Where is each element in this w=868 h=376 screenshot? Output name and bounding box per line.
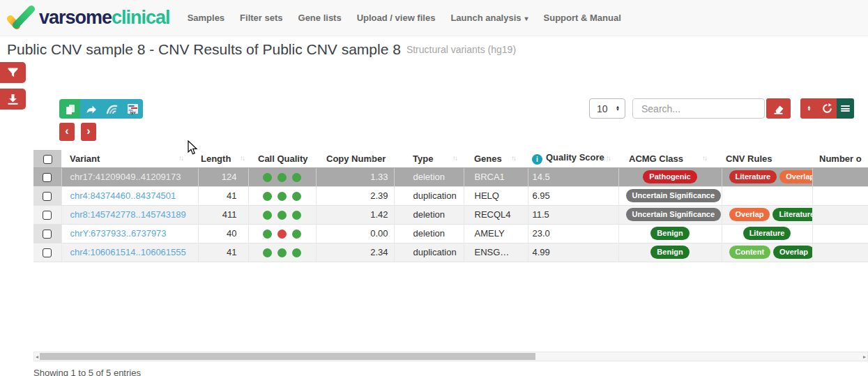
variant-link[interactable]: chr4:84374460..84374501 <box>70 190 176 201</box>
column-header-call-quality: Call Quality <box>248 150 316 167</box>
quality-score-cell: 6.95 <box>528 186 618 205</box>
table-row[interactable]: chr8:145742778..145743189 411 1.42 delet… <box>33 205 868 224</box>
brand-logo[interactable]: varsomeclinical <box>6 4 170 32</box>
length-cell: 40 <box>198 224 248 243</box>
nav-samples[interactable]: Samples <box>180 13 232 23</box>
clear-search-button[interactable] <box>766 98 791 119</box>
row-checkbox[interactable] <box>43 173 52 182</box>
variant-link[interactable]: chrY:6737933..6737973 <box>70 228 167 239</box>
acmg-class-badge: Uncertain Significance <box>626 208 722 220</box>
search-input[interactable] <box>632 98 765 119</box>
column-menu-button[interactable] <box>837 98 854 119</box>
scroll-right-icon[interactable]: ▸ <box>863 353 866 361</box>
table-row[interactable]: chr4:84374460..84374501 41 2.39 duplicat… <box>33 186 868 205</box>
sort-arrows-icon[interactable]: ↑↓ <box>240 154 244 162</box>
row-checkbox[interactable] <box>43 211 52 220</box>
call-quality-cell <box>248 243 316 262</box>
info-icon[interactable]: i <box>532 154 542 165</box>
share-arrow-icon <box>85 104 97 114</box>
select-caret-icon: ▲ ▼ <box>616 106 620 111</box>
cnv-rule-badge: Overlap <box>773 246 812 258</box>
column-label: ACMG Class <box>629 153 683 164</box>
nav-upload-view-files[interactable]: Upload / view files <box>349 13 443 23</box>
variant-link[interactable]: chr17:41209049..41209173 <box>70 172 181 182</box>
acmg-class-badge: Benign <box>650 246 689 258</box>
call-quality-dot <box>277 230 287 239</box>
call-quality-dot <box>263 211 272 220</box>
horizontal-scrollbar[interactable]: ◂ ▸ <box>33 352 868 361</box>
row-select-cell <box>33 205 61 224</box>
scrollbar-thumb[interactable] <box>40 353 535 360</box>
nav-gene-lists[interactable]: Gene lists <box>291 13 349 23</box>
call-quality-dot <box>292 192 301 201</box>
number-cell <box>812 186 868 205</box>
column-label: Number o <box>819 153 862 164</box>
prev-variant-button[interactable]: ‹ <box>59 123 75 141</box>
hamburger-icon <box>841 105 850 113</box>
number-cell <box>812 224 868 243</box>
column-header-variant[interactable]: Variant↑↓ <box>61 150 198 167</box>
select-all-checkbox[interactable] <box>43 155 52 164</box>
row-checkbox[interactable] <box>43 230 52 239</box>
igv-browser-button[interactable]: igv <box>122 99 143 119</box>
table-row[interactable]: chr17:41209049..41209173 124 1.33 deleti… <box>33 167 868 186</box>
call-quality-cell <box>248 224 316 243</box>
column-header-length[interactable]: Length↑↓ <box>198 150 248 167</box>
filter-panel-button[interactable] <box>0 62 26 83</box>
length-cell: 41 <box>198 186 248 205</box>
column-header-quality-score[interactable]: iQuality Score↑↓ <box>528 150 618 167</box>
column-header-acmg-class[interactable]: ACMG Class↑↓ <box>618 150 722 167</box>
cnv-rule-badge: Content <box>729 246 771 258</box>
brand-word-clinical: clinical <box>112 7 170 28</box>
quality-score-cell: 11.5 <box>528 205 618 224</box>
copy-results-button[interactable] <box>59 99 80 119</box>
row-select-cell <box>33 186 61 205</box>
triangle-down-icon: ▼ <box>807 109 812 112</box>
share-results-button[interactable] <box>80 99 101 119</box>
refresh-button[interactable] <box>818 98 837 119</box>
sort-button[interactable]: ▲ ▼ <box>800 98 818 119</box>
genes-cell: HELQ <box>464 186 528 205</box>
column-label: Call Quality <box>258 153 308 164</box>
variant-cell: chr8:145742778..145743189 <box>61 205 198 224</box>
sort-arrows-icon[interactable]: ↑↓ <box>511 154 515 162</box>
cnv-rules-cell: OverlapLiterature <box>722 205 812 224</box>
sort-arrows-icon[interactable]: ↑↓ <box>178 154 183 162</box>
variant-link[interactable]: chr4:106061514..106061555 <box>70 247 186 257</box>
table-row[interactable]: chr4:106061514..106061555 41 2.34 duplic… <box>33 243 868 262</box>
variant-link[interactable]: chr8:145742778..145743189 <box>70 209 186 220</box>
table-row[interactable]: chrY:6737933..6737973 40 0.00 deletion A… <box>33 224 868 243</box>
sort-arrows-icon[interactable]: ↑↓ <box>606 154 610 162</box>
download-button[interactable] <box>0 89 26 110</box>
variant-cell: chrY:6737933..6737973 <box>61 224 198 243</box>
row-checkbox[interactable] <box>43 192 52 201</box>
results-table-container: Variant↑↓ Length↑↓ Call Quality Copy Num… <box>33 150 868 264</box>
sort-arrows-icon[interactable]: ↑↓ <box>452 154 457 162</box>
copy-number-cell: 1.42 <box>316 205 394 224</box>
column-header-copy-number[interactable]: Copy Number↑↓ <box>316 150 394 167</box>
sort-arrows-icon[interactable]: ↑↓ <box>369 154 373 162</box>
nav-filter-sets[interactable]: Filter sets <box>232 13 290 23</box>
nav-support-manual[interactable]: Support & Manual <box>536 13 629 23</box>
acmg-class-cell: Uncertain Significance <box>618 205 722 224</box>
type-cell: duplication <box>394 243 464 262</box>
row-checkbox[interactable] <box>43 248 52 257</box>
type-cell: duplication <box>394 186 464 205</box>
column-header-type[interactable]: Type↑↓ <box>394 150 464 167</box>
copy-number-cell: 0.00 <box>316 224 394 243</box>
variant-cell: chr4:84374460..84374501 <box>61 186 198 205</box>
results-toolbar: igv <box>59 99 143 119</box>
nav-launch-analysis[interactable]: Launch analysis▾ <box>443 13 535 23</box>
call-quality-cell <box>248 167 316 186</box>
table-header-row: Variant↑↓ Length↑↓ Call Quality Copy Num… <box>33 150 868 167</box>
next-variant-button[interactable]: › <box>81 123 96 141</box>
page-size-select[interactable]: 10 ▲ ▼ <box>589 98 625 119</box>
type-cell: deletion <box>394 205 464 224</box>
column-header-genes[interactable]: Genes↑↓ <box>464 150 528 167</box>
genes-cell: BRCA1 <box>464 167 528 186</box>
call-quality-cell <box>248 186 316 205</box>
scroll-left-icon[interactable]: ◂ <box>36 353 38 361</box>
ucsc-browser-button[interactable] <box>101 99 122 119</box>
sort-arrows-icon[interactable]: ↑↓ <box>702 154 706 162</box>
column-header-number: Number o <box>812 150 868 167</box>
